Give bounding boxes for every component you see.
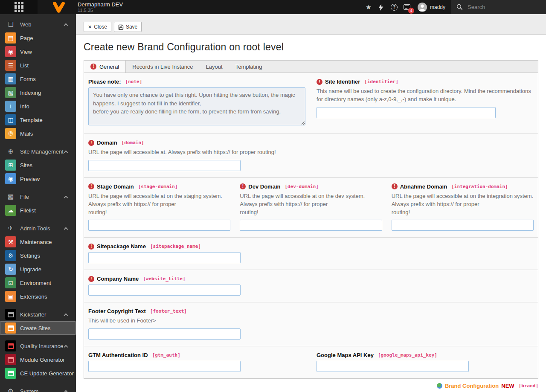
sidebar-item-forms[interactable]: ▦Forms	[0, 72, 76, 86]
tab-label: General	[99, 64, 119, 70]
module-menu-toggle-button[interactable]	[0, 0, 38, 14]
sidebar-section-system[interactable]: ⚙System	[0, 384, 76, 392]
sidebar-item-label: Admin Tools	[20, 225, 50, 232]
gtm-auth-input[interactable]	[88, 361, 241, 372]
site-window-icon	[5, 354, 16, 365]
field-site-identifier: Site Identifier [identifier] This name w…	[317, 78, 534, 127]
dev-domain-input[interactable]	[240, 220, 382, 231]
field-label: Domain	[97, 139, 117, 146]
info-icon-glyph: i	[10, 103, 12, 109]
eye-icon-glyph: ◉	[8, 49, 13, 55]
brand-version: 11.5.35	[78, 8, 123, 13]
field-dev-domain: Dev Domain [dev-domain] URL the page wil…	[240, 183, 382, 231]
field-key: [footer_text]	[150, 308, 187, 314]
record-globe-icon	[437, 383, 442, 389]
form-panel: General Records in Live Instance Layout …	[84, 60, 538, 379]
clear-cache-button[interactable]	[375, 0, 388, 14]
sidebar-item-info[interactable]: iInfo	[0, 99, 76, 113]
sidebar-item-indexing[interactable]: ▧Indexing	[0, 86, 76, 99]
powermail-icon-glyph: ℗	[8, 131, 14, 136]
field-google-maps-api-key: Google Maps API Key [google_maps_api_key…	[317, 352, 534, 372]
topbar-right: ★ 4 maddy	[362, 0, 546, 14]
sidebar-section-site-management[interactable]: ⊕Site Management	[0, 145, 76, 158]
sidebar-section-kickstarter[interactable]: Kickstarter	[0, 308, 76, 321]
site-identifier-input[interactable]	[317, 107, 496, 118]
sidebar-section-admin-tools[interactable]: ✈Admin Tools	[0, 221, 76, 235]
sidebar-item-filelist[interactable]: ☁Filelist	[0, 203, 76, 217]
chevron-up-icon	[64, 23, 68, 27]
integration-domain-input[interactable]	[392, 220, 534, 231]
field-label: Please note:	[88, 78, 121, 85]
rocket-icon: ✈	[5, 223, 16, 234]
brand[interactable]: Dermapharm DEV 11.5.35	[52, 1, 123, 13]
star-icon: ★	[366, 3, 371, 11]
bookmarks-button[interactable]: ★	[362, 0, 375, 14]
username: maddy	[430, 4, 445, 10]
stage-domain-input[interactable]	[88, 220, 230, 231]
note-textarea[interactable]: You have only one chance to get this rig…	[88, 87, 305, 125]
powermail-icon: ℗	[5, 128, 16, 139]
wrench-icon: ⚒	[5, 236, 16, 247]
sidebar-item-module-generator[interactable]: Module Generator	[0, 353, 76, 366]
sidebar-item-label: Filelist	[20, 207, 36, 214]
sidebar-item-template[interactable]: ◫Template	[0, 113, 76, 127]
sidebar-item-label: Sites	[20, 162, 32, 168]
field-label: Company Name	[97, 276, 139, 282]
field-label: Stage Domain	[97, 183, 134, 190]
eye-icon: ◉	[5, 46, 16, 57]
field-key: [google_maps_api_key]	[378, 352, 437, 358]
package-icon-glyph: ▣	[8, 293, 13, 299]
domain-input[interactable]	[88, 160, 241, 171]
sidebar-section-quality-insurance[interactable]: Quality Insurance	[0, 339, 76, 353]
tab-layout[interactable]: Layout	[200, 61, 229, 73]
sidebar-item-page[interactable]: ▤Page	[0, 31, 76, 45]
lightning-bolt-icon	[379, 4, 383, 11]
footer-text-input[interactable]	[88, 328, 241, 340]
globe-icon: ⊕	[5, 146, 16, 157]
chart-board-icon-glyph: ▧	[8, 90, 13, 96]
sidebar-item-label: Indexing	[20, 90, 41, 96]
sidebar-item-environment[interactable]: ⊡Environment	[0, 276, 76, 290]
sidebar-item-view[interactable]: ◉View	[0, 45, 76, 58]
tab-label: Templating	[235, 64, 262, 70]
sidebar-item-sites[interactable]: ⊞Sites	[0, 158, 76, 172]
sidebar-section-web[interactable]: ❏Web	[0, 17, 76, 31]
tab-records-in-live-instance[interactable]: Records in Live Instance	[126, 61, 199, 73]
wrench-icon-glyph: ⚒	[8, 239, 14, 245]
site-window-icon	[5, 368, 16, 379]
sidebar-item-upgrade[interactable]: ↻Upgrade	[0, 262, 76, 276]
search-input[interactable]	[467, 3, 535, 11]
chevron-up-icon	[64, 390, 68, 392]
sidebar-item-list[interactable]: ☰List	[0, 58, 76, 72]
sitepackage-name-input[interactable]	[88, 252, 241, 263]
google-maps-api-key-input[interactable]	[317, 361, 469, 372]
page-icon-glyph: ▤	[8, 35, 13, 41]
sidebar-item-create-sites[interactable]: Create Sites	[0, 321, 76, 335]
sidebar-item-mails[interactable]: ℗Mails	[0, 127, 76, 140]
sidebar-item-settings[interactable]: ⚙Settings	[0, 249, 76, 262]
sidebar-item-ce-update-generator[interactable]: CE Update Generator	[0, 366, 76, 380]
field-key: [website_title]	[143, 276, 185, 282]
sidebar-item-maintenance[interactable]: ⚒Maintenance	[0, 235, 76, 249]
form-section: Stage Domain [stage-domain] URL the page…	[84, 177, 538, 238]
tab-templating[interactable]: Templating	[229, 61, 269, 73]
template-layout-icon-glyph: ◫	[8, 117, 13, 123]
sidebar-item-preview[interactable]: ◉Preview	[0, 172, 76, 186]
module-menu: ❏Web▤Page◉View☰List▦Forms▧IndexingiInfo◫…	[0, 14, 76, 392]
sidebar-section-file[interactable]: ▩File	[0, 190, 76, 203]
company-name-input[interactable]	[88, 285, 241, 296]
template-layout-icon: ◫	[5, 114, 16, 125]
field-label: Google Maps API Key	[317, 352, 374, 358]
filelist-icon: ☁	[5, 205, 16, 216]
preview-eye-icon-glyph: ◉	[8, 176, 13, 182]
close-icon	[88, 24, 92, 30]
save-button[interactable]: Save	[114, 22, 142, 32]
close-button[interactable]: Close	[84, 22, 111, 32]
notification-badge: 4	[408, 8, 414, 14]
sidebar-item-extensions[interactable]: ▣Extensions	[0, 290, 76, 303]
tab-general[interactable]: General	[84, 61, 126, 73]
user-menu-button[interactable]: maddy	[413, 0, 451, 14]
help-button[interactable]	[388, 0, 401, 14]
document-icon: ❏	[5, 19, 16, 30]
system-information-button[interactable]: 4	[401, 0, 413, 14]
